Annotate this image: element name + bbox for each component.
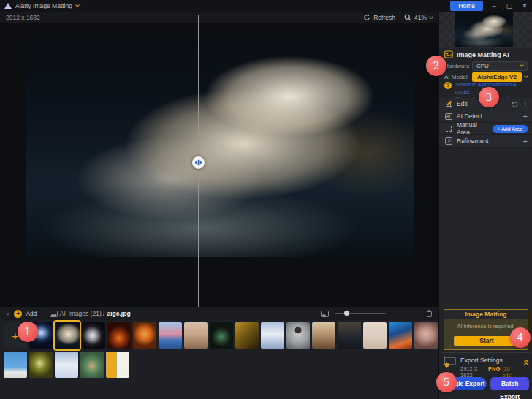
- export-settings-title: Export Settings: [460, 357, 518, 364]
- refresh-label: Refresh: [373, 14, 395, 21]
- zoom-control[interactable]: 41%: [404, 14, 433, 21]
- window-controls: Home – ▢ ✕: [450, 1, 529, 11]
- delete-image-icon[interactable]: [426, 310, 433, 317]
- title-chevron-down-icon[interactable]: [75, 3, 80, 7]
- export-settings-row[interactable]: Export Settings 2912 X 1632 PNG [16 bits…: [444, 357, 530, 379]
- thumbnail-pink-hair-person[interactable]: [159, 322, 182, 349]
- refresh-button[interactable]: Refresh: [363, 14, 395, 21]
- ai-model-label: AI Model: [444, 74, 469, 80]
- compare-slider-handle[interactable]: [192, 156, 205, 169]
- annotation-4: 4: [510, 327, 531, 348]
- collapse-filmstrip-icon[interactable]: »: [4, 312, 11, 315]
- filmstrip: » + Add All Images (21) / aigc.jpg: [0, 307, 438, 399]
- thumbnail-size-slider[interactable]: [335, 313, 386, 314]
- thumbnail-perfume-hand[interactable]: [363, 322, 387, 349]
- matting-box-title: Image Matting: [444, 310, 528, 319]
- close-button[interactable]: ✕: [520, 2, 529, 10]
- images-icon: [50, 311, 58, 317]
- current-filename: aigc.jpg: [107, 310, 130, 317]
- thumbnail-woman-golden-light[interactable]: [235, 322, 259, 349]
- ai-detect-expand-icon[interactable]: +: [523, 112, 528, 121]
- collapse-export-icon[interactable]: [522, 359, 530, 367]
- compare-arrows-icon: [194, 159, 202, 166]
- tool-manual-area[interactable]: Manual Area + Add Area: [439, 123, 532, 134]
- thumbnail-man-in-suit[interactable]: [338, 322, 361, 349]
- thumbnail-bearded-man[interactable]: [286, 322, 310, 349]
- thumbnail-posing-woman[interactable]: [184, 322, 208, 349]
- hardware-chevron-down-icon: [520, 63, 524, 67]
- annotation-1: 1: [18, 322, 38, 342]
- collection-breadcrumb[interactable]: All Images (21) / aigc.jpg: [50, 310, 131, 317]
- minimize-button[interactable]: –: [490, 2, 498, 10]
- preview-image[interactable]: [26, 40, 414, 256]
- ai-model-select[interactable]: AlphaEdge V2: [472, 72, 522, 82]
- thumbnail-vibrant-woman[interactable]: [389, 322, 412, 349]
- thumbnail-skateboarder[interactable]: [4, 352, 27, 378]
- refinement-expand-icon[interactable]: +: [523, 137, 528, 145]
- thumbnail-emerald-necklace[interactable]: [210, 322, 233, 349]
- canvas-toolbar: 2912 x 1632 Refresh 41%: [0, 12, 438, 23]
- edit-crop-icon: [444, 100, 452, 108]
- thumbnail-size-icon: [321, 311, 329, 317]
- manual-area-icon: [446, 126, 452, 132]
- zoom-level: 41%: [414, 14, 427, 21]
- thumb-row-1: +: [4, 322, 438, 349]
- add-plus-icon: +: [14, 310, 22, 318]
- annotation-2: 2: [426, 56, 446, 76]
- edit-expand-icon[interactable]: +: [523, 99, 528, 108]
- export-settings-icon: [444, 357, 456, 368]
- undo-icon[interactable]: [512, 101, 519, 107]
- tool-refinement[interactable]: Refinement +: [439, 135, 532, 147]
- panel-title: Image Matting AI: [457, 51, 509, 58]
- hardware-select[interactable]: CPU: [472, 61, 528, 71]
- add-image-button[interactable]: + Add: [14, 310, 37, 318]
- zoom-chevron-down-icon[interactable]: [429, 15, 433, 19]
- thumbnail-orange-cat[interactable]: [133, 322, 156, 349]
- filmstrip-toolbar: » + Add All Images (21) / aigc.jpg: [0, 307, 438, 320]
- annotation-3: 3: [479, 87, 499, 107]
- ai-model-chevron-down-icon[interactable]: [524, 74, 528, 78]
- refinement-label: Refinement: [457, 137, 519, 145]
- refinement-icon: [445, 137, 452, 145]
- hardware-row: Hardware CPU: [439, 61, 532, 71]
- ai-model-row: AI Model AlphaEdge V2: [439, 72, 532, 82]
- tool-ai-detect[interactable]: AI AI Detect +: [439, 110, 532, 122]
- thumbnail-dandelion-web[interactable]: [29, 352, 53, 378]
- result-preview-thumbnail[interactable]: [455, 12, 513, 47]
- collection-label: All Images (21) /: [60, 310, 105, 317]
- app-logo-icon: [4, 3, 12, 9]
- section-header: Image Matting AI: [439, 49, 532, 60]
- image-dimensions: 2912 x 1632: [6, 14, 40, 21]
- add-area-button[interactable]: + Add Area: [493, 125, 528, 133]
- thumbnail-bicycle-plant[interactable]: [106, 352, 129, 378]
- add-label: Add: [26, 310, 37, 317]
- magnifier-icon: [404, 14, 411, 21]
- thumbnail-bride-veil[interactable]: [261, 322, 284, 349]
- slider-handle[interactable]: [344, 311, 349, 316]
- ai-detect-icon: AI: [445, 113, 452, 120]
- ai-model-value: AlphaEdge V2: [477, 74, 517, 80]
- hardware-label: Hardware: [444, 63, 469, 69]
- maximize-button[interactable]: ▢: [505, 2, 514, 10]
- main-canvas[interactable]: [0, 23, 438, 307]
- annotation-5: 5: [436, 372, 457, 392]
- thumbnail-white-statue[interactable]: [82, 322, 105, 349]
- hardware-value: CPU: [476, 63, 489, 69]
- manual-area-label: Manual Area: [457, 121, 488, 136]
- image-matting-ai-icon: [444, 50, 453, 58]
- batch-export-button[interactable]: Batch Export: [490, 377, 529, 390]
- thumb-row-2: [4, 352, 129, 378]
- thumbnail-woman-at-table[interactable]: [312, 322, 335, 349]
- thumbnail-white-lion[interactable]: [55, 322, 80, 349]
- thumbnail-fire-figure[interactable]: [107, 322, 131, 349]
- thumbnail-two-dogs[interactable]: [80, 352, 104, 378]
- thumbnail-bride-dress[interactable]: [55, 352, 78, 378]
- refresh-icon: [363, 14, 370, 21]
- help-icon[interactable]: ?: [444, 82, 452, 89]
- home-button[interactable]: Home: [450, 1, 483, 11]
- app-title: Aiarty Image Matting: [15, 2, 72, 10]
- export-divider: [442, 352, 530, 353]
- ai-detect-label: AI Detect: [457, 113, 519, 120]
- thumbnail-woman-with-flowers[interactable]: [414, 322, 438, 349]
